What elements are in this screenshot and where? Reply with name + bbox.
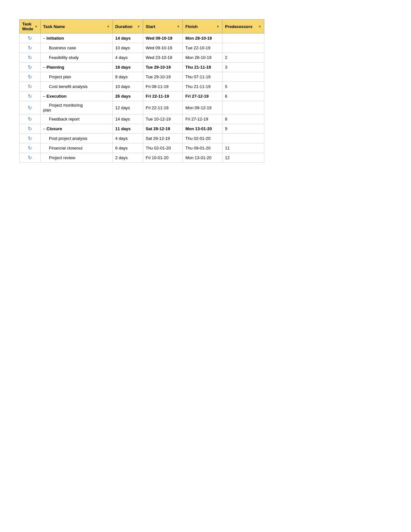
- collapse-icon[interactable]: −: [43, 65, 45, 69]
- start-value: Fri 08-11-19: [146, 84, 169, 89]
- header-start-arrow[interactable]: ▼: [177, 25, 180, 28]
- predecessors-cell: [222, 43, 264, 53]
- task-name-cell[interactable]: Project plan: [40, 72, 113, 82]
- finish-cell: Mon 13-01-20: [182, 124, 222, 134]
- finish-value: Thu 21-11-19: [185, 65, 211, 70]
- duration-value: 18 days: [115, 65, 131, 70]
- duration-value: 11 days: [115, 126, 131, 131]
- task-name-cell[interactable]: Cost benefit analysis: [40, 82, 113, 92]
- finish-value: Thu 21-11-19: [185, 84, 210, 89]
- header-task-mode-label: TaskMode: [22, 22, 33, 31]
- sub-task-name: Project plan: [43, 74, 71, 79]
- start-cell: Tue 10-12-19: [143, 114, 182, 124]
- task-mode-icon: ↻: [28, 64, 32, 70]
- task-name-cell[interactable]: Financial closeout: [40, 143, 113, 153]
- page-wrapper: TaskMode ▼ Task Name ▼ Duration ▼: [0, 0, 411, 182]
- task-mode-icon: ↻: [28, 35, 32, 41]
- predecessors-cell: 5: [222, 82, 264, 92]
- task-name-cell[interactable]: Feedback report: [40, 114, 113, 124]
- sub-task-name: Post project analysis: [43, 136, 87, 141]
- duration-value: 8 days: [115, 74, 128, 79]
- task-mode-cell: ↻: [20, 153, 41, 163]
- header-task-mode-arrow[interactable]: ▼: [34, 25, 38, 28]
- start-cell: Fri 22-11-19: [143, 101, 182, 114]
- duration-value: 26 days: [115, 94, 131, 99]
- task-name-cell[interactable]: −Execution: [40, 92, 113, 101]
- task-mode-icon: ↻: [28, 155, 32, 161]
- start-cell: Sat 28-12-19: [143, 124, 182, 134]
- duration-cell: 6 days: [113, 143, 143, 153]
- sub-task-name: Cost benefit analysis: [43, 84, 88, 89]
- start-value: Wed 09-10-19: [146, 45, 172, 50]
- header-predecessors[interactable]: Predecessors ▼: [222, 20, 264, 34]
- task-mode-cell: ↻: [20, 34, 41, 43]
- duration-cell: 12 days: [113, 101, 143, 114]
- finish-cell: Thu 07-11-19: [182, 72, 222, 82]
- duration-cell: 2 days: [113, 153, 143, 163]
- duration-cell: 10 days: [113, 82, 143, 92]
- start-value: Wed 09-10-19: [146, 36, 172, 41]
- predecessors-value: 6: [225, 94, 227, 99]
- header-duration[interactable]: Duration ▼: [113, 20, 143, 34]
- header-predecessors-arrow[interactable]: ▼: [258, 25, 261, 28]
- header-task-name[interactable]: Task Name ▼: [40, 20, 113, 34]
- start-value: Fri 22-11-19: [146, 94, 169, 99]
- task-mode-cell: ↻: [20, 53, 41, 63]
- start-value: Fri 22-11-19: [146, 105, 169, 110]
- task-name-cell[interactable]: Business case: [40, 43, 113, 53]
- start-value: Tue 29-10-19: [146, 74, 171, 79]
- finish-cell: Fri 27-12-19: [182, 114, 222, 124]
- finish-cell: Mon 28-10-19: [182, 34, 222, 43]
- header-finish-arrow[interactable]: ▼: [216, 25, 220, 28]
- header-finish[interactable]: Finish ▼: [182, 20, 222, 34]
- predecessors-value: 9: [225, 126, 227, 131]
- task-name-cell[interactable]: Project review: [40, 153, 113, 163]
- task-mode-icon: ↻: [28, 116, 32, 122]
- header-task-name-label: Task Name: [43, 24, 65, 29]
- task-name-cell[interactable]: Project monitoringplan: [40, 101, 113, 114]
- predecessors-cell: [222, 72, 264, 82]
- collapse-icon[interactable]: −: [43, 94, 45, 98]
- predecessors-value: 11: [225, 146, 230, 150]
- finish-cell: Mon 09-12-19: [182, 101, 222, 114]
- start-value: Tue 29-10-19: [146, 65, 171, 70]
- predecessors-value: 8: [225, 117, 227, 121]
- start-value: Fri 10-01-20: [146, 155, 169, 160]
- finish-value: Fri 27-12-19: [185, 117, 208, 121]
- duration-cell: 4 days: [113, 53, 143, 63]
- task-name-cell[interactable]: Feasibility study: [40, 53, 113, 63]
- finish-cell: Fri 27-12-19: [182, 92, 222, 101]
- header-duration-arrow[interactable]: ▼: [137, 25, 140, 28]
- header-task-mode[interactable]: TaskMode ▼: [20, 20, 41, 34]
- predecessors-cell: 9: [222, 124, 264, 134]
- predecessors-cell: [222, 134, 264, 143]
- start-cell: Fri 10-01-20: [143, 153, 182, 163]
- group-task-name: −Planning: [43, 65, 64, 70]
- task-mode-icon: ↻: [28, 93, 32, 99]
- finish-cell: Thu 21-11-19: [182, 82, 222, 92]
- start-cell: Tue 29-10-19: [143, 72, 182, 82]
- task-name-cell[interactable]: −Initiation: [40, 34, 113, 43]
- duration-cell: 4 days: [113, 134, 143, 143]
- group-task-name: −Closure: [43, 126, 62, 131]
- task-mode-cell: ↻: [20, 43, 41, 53]
- sub-task-name: Project review: [43, 155, 75, 160]
- task-name-cell[interactable]: −Planning: [40, 63, 113, 72]
- task-name-cell[interactable]: Post project analysis: [40, 134, 113, 143]
- collapse-icon[interactable]: −: [43, 36, 45, 40]
- task-mode-cell: ↻: [20, 82, 41, 92]
- predecessors-cell: 12: [222, 153, 264, 163]
- task-name-cell[interactable]: −Closure: [40, 124, 113, 134]
- header-start[interactable]: Start ▼: [143, 20, 182, 34]
- finish-cell: Thu 02-01-20: [182, 134, 222, 143]
- task-mode-icon: ↻: [28, 54, 32, 61]
- start-cell: Thu 02-01-20: [143, 143, 182, 153]
- duration-cell: 14 days: [113, 34, 143, 43]
- finish-cell: Thu 09-01-20: [182, 143, 222, 153]
- start-value: Sat 28-12-19: [146, 126, 170, 131]
- predecessors-cell: 2: [222, 53, 264, 63]
- header-task-name-arrow[interactable]: ▼: [107, 25, 110, 28]
- duration-value: 12 days: [115, 105, 130, 110]
- finish-cell: Mon 13-01-20: [182, 153, 222, 163]
- collapse-icon[interactable]: −: [43, 127, 45, 131]
